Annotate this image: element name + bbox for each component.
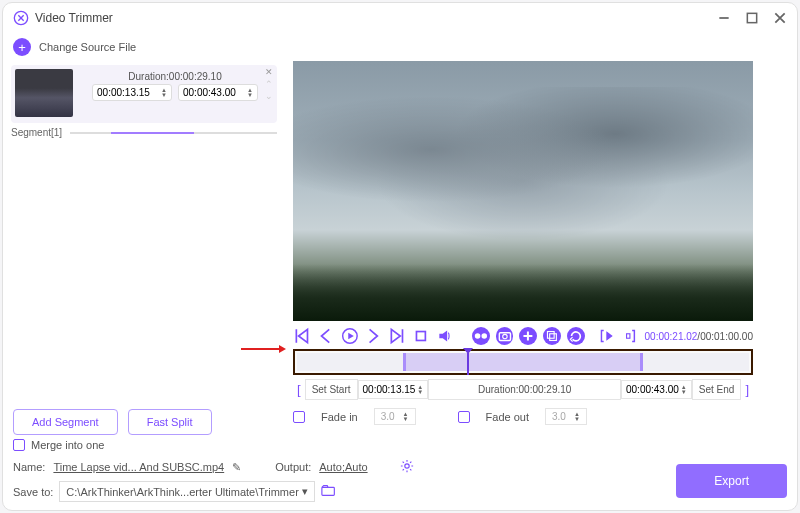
output-label: Output: (275, 461, 311, 473)
skip-start-icon[interactable] (293, 327, 311, 345)
merge-label: Merge into one (31, 439, 104, 451)
add-segment-button[interactable]: Add Segment (13, 409, 118, 435)
svg-rect-9 (548, 332, 555, 339)
fade-out-checkbox[interactable] (458, 411, 470, 423)
fade-in-checkbox[interactable] (293, 411, 305, 423)
segment-up-icon[interactable]: ⌃ (265, 79, 273, 89)
set-start-button[interactable]: Set Start (305, 379, 358, 400)
segment-start-input[interactable]: 00:00:13.15 ▲▼ (92, 84, 172, 101)
fade-out-label: Fade out (486, 411, 529, 423)
set-start-time[interactable]: 00:00:13.15 ▲▼ (358, 380, 429, 399)
svg-rect-10 (550, 334, 557, 341)
right-panel: 00:00:21.02/00:01:00.00 [ Set Start 00:0… (285, 61, 797, 441)
toolbar: + Change Source File (3, 33, 797, 61)
open-folder-icon[interactable] (321, 484, 337, 500)
fade-in-label: Fade in (321, 411, 358, 423)
name-label: Name: (13, 461, 45, 473)
segment-label: Segment[1] (11, 127, 62, 138)
stepper-icon[interactable]: ▲▼ (247, 88, 253, 98)
svg-rect-2 (747, 13, 756, 22)
set-row: [ Set Start 00:00:13.15 ▲▼ Duration:00:0… (293, 379, 753, 400)
minimize-button[interactable] (717, 11, 731, 25)
duration-label: Duration:00:00:29.10 (77, 69, 273, 84)
segment-panel[interactable]: Duration:00:00:29.10 00:00:13.15 ▲▼ 00:0… (11, 65, 277, 123)
stepper-icon[interactable]: ▲▼ (417, 385, 423, 395)
segment-down-icon[interactable]: ⌄ (265, 91, 273, 101)
change-source-icon[interactable]: + (13, 38, 31, 56)
edit-name-icon[interactable]: ✎ (232, 461, 241, 474)
svg-point-6 (481, 333, 487, 339)
segment-thumbnail (15, 69, 73, 117)
segment-end-input[interactable]: 00:00:43.00 ▲▼ (178, 84, 258, 101)
window-title: Video Trimmer (35, 11, 717, 25)
fast-split-button[interactable]: Fast Split (128, 409, 212, 435)
output-settings-icon[interactable] (400, 459, 414, 475)
save-to-label: Save to: (13, 486, 53, 498)
stepper-icon[interactable]: ▲▼ (681, 385, 687, 395)
segment-info: Duration:00:00:29.10 00:00:13.15 ▲▼ 00:0… (77, 69, 273, 119)
bracket-in-icon[interactable] (597, 327, 615, 345)
play-icon[interactable] (341, 327, 359, 345)
timeline-cursor[interactable] (463, 348, 473, 375)
fade-row: Fade in 3.0 ▲▼ Fade out 3.0 ▲▼ (293, 408, 789, 425)
timeline-selection[interactable] (403, 353, 643, 371)
svg-rect-4 (417, 332, 426, 341)
svg-point-12 (404, 464, 408, 468)
app-window: Video Trimmer + Change Source File Durat… (2, 2, 798, 511)
svg-point-8 (502, 334, 506, 338)
bracket-right-icon: ] (741, 382, 753, 397)
merge-row: Merge into one (13, 439, 787, 451)
segment-actions: ✕ ⌃ ⌄ (265, 67, 273, 101)
set-end-button[interactable]: Set End (692, 379, 742, 400)
stepper-icon[interactable]: ▲▼ (574, 412, 580, 422)
volume-icon[interactable] (436, 327, 454, 345)
name-value: Time Lapse vid... And SUBSC.mp4 (53, 461, 224, 473)
segment-close-icon[interactable]: ✕ (265, 67, 273, 77)
save-path-dropdown[interactable]: C:\ArkThinker\ArkThink...erter Ultimate\… (59, 481, 315, 502)
stop-icon[interactable] (412, 327, 430, 345)
action1-icon[interactable] (472, 327, 490, 345)
annotation-arrow (241, 345, 286, 353)
set-end-time[interactable]: 00:00:43.00 ▲▼ (621, 380, 692, 399)
merge-checkbox[interactable] (13, 439, 25, 451)
next-frame-icon[interactable] (364, 327, 382, 345)
maximize-button[interactable] (745, 11, 759, 25)
svg-point-5 (475, 333, 481, 339)
loop-icon[interactable] (567, 327, 585, 345)
segment-label-row: Segment[1] (11, 127, 277, 138)
svg-rect-13 (322, 487, 334, 495)
main-area: Duration:00:00:29.10 00:00:13.15 ▲▼ 00:0… (3, 61, 797, 441)
export-button[interactable]: Export (676, 464, 787, 498)
stepper-icon[interactable]: ▲▼ (161, 88, 167, 98)
set-duration: Duration:00:00:29.10 (428, 379, 621, 400)
fade-in-value[interactable]: 3.0 ▲▼ (374, 408, 416, 425)
app-logo-icon (13, 10, 29, 26)
video-preview[interactable] (293, 61, 753, 321)
svg-rect-11 (626, 334, 629, 338)
chevron-down-icon[interactable]: ▾ (302, 485, 308, 498)
timeline[interactable] (293, 349, 753, 375)
add-icon[interactable] (519, 327, 537, 345)
fade-out-value[interactable]: 3.0 ▲▼ (545, 408, 587, 425)
copy-icon[interactable] (543, 327, 561, 345)
change-source-label[interactable]: Change Source File (39, 41, 136, 53)
snapshot-icon[interactable] (496, 327, 514, 345)
left-panel: Duration:00:00:29.10 00:00:13.15 ▲▼ 00:0… (3, 61, 285, 441)
time-display: 00:00:21.02/00:01:00.00 (645, 331, 753, 342)
prev-frame-icon[interactable] (317, 327, 335, 345)
output-value: Auto;Auto (319, 461, 367, 473)
bracket-left-icon: [ (293, 382, 305, 397)
close-button[interactable] (773, 11, 787, 25)
segment-timeline-mini[interactable] (70, 132, 277, 134)
playback-controls: 00:00:21.02/00:01:00.00 (293, 327, 753, 345)
titlebar: Video Trimmer (3, 3, 797, 33)
bracket-out-icon[interactable] (621, 327, 639, 345)
bottom-bar: Merge into one Name: Time Lapse vid... A… (13, 439, 787, 502)
skip-end-icon[interactable] (388, 327, 406, 345)
stepper-icon[interactable]: ▲▼ (403, 412, 409, 422)
window-controls (717, 11, 787, 25)
